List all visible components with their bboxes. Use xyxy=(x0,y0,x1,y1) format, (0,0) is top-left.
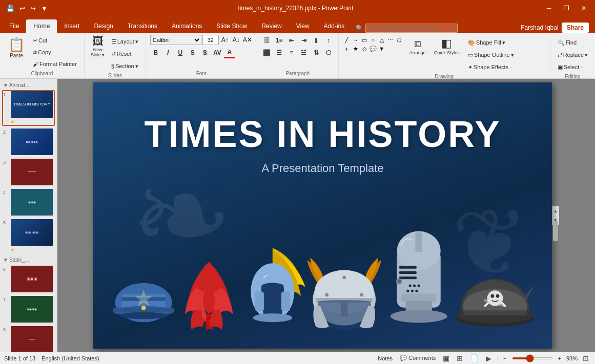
shape-plus[interactable]: ＋ xyxy=(343,45,351,53)
strikethrough-button[interactable]: S xyxy=(187,47,198,58)
slide-thumb-2[interactable]: 2 ■■ ■■■ xyxy=(2,127,55,156)
slide-thumb-6[interactable]: 6 ▣▣▣ xyxy=(2,265,55,293)
fit-to-window-button[interactable]: ⊡ xyxy=(581,353,591,363)
tab-animations[interactable]: Animations xyxy=(165,19,209,33)
columns-button[interactable]: ⫿ xyxy=(311,35,322,46)
undo-button[interactable]: ↩ xyxy=(17,4,27,13)
shape-line[interactable]: ╱ xyxy=(343,36,351,44)
shape-outline-button[interactable]: ▭ Shape Outline ▾ xyxy=(465,49,517,60)
shape-triangle[interactable]: △ xyxy=(378,36,386,44)
bullets-button[interactable]: ☰ xyxy=(261,35,273,46)
shape-more[interactable]: ⋯ xyxy=(386,36,395,44)
slide-thumb-4[interactable]: 4 ◈◈◈ xyxy=(2,188,55,217)
slide-thumb-3[interactable]: 3 ━━━━ xyxy=(2,158,55,186)
slide-sorter-button[interactable]: ⊞ xyxy=(455,353,465,363)
slide-thumb-8[interactable]: 8 ━━━ xyxy=(2,325,55,352)
font-size-increase-button[interactable]: A↑ xyxy=(220,35,230,45)
tab-slideshow[interactable]: Slide Show xyxy=(209,19,254,33)
save-button[interactable]: 💾 xyxy=(4,4,16,13)
editing-group: 🔍 Find ⇄ Replace ▾ ▣ Select - Editing xyxy=(550,33,595,78)
share-button[interactable]: Share xyxy=(562,23,589,33)
shape-fill-button[interactable]: 🎨 Shape Fill ▾ xyxy=(465,37,517,48)
redo-button[interactable]: ↪ xyxy=(28,4,38,13)
tab-addins[interactable]: Add-ins xyxy=(317,19,352,33)
drawing-group: ╱ → ▭ ○ △ ⋯ ⬠ ＋ ★ ◇ 💬 ▼ ⧈ Arrange ◧ Quic… xyxy=(339,33,550,78)
convert-to-smartart-button[interactable]: ⬡ xyxy=(323,47,334,58)
comments-button[interactable]: 💬 Comments xyxy=(398,355,438,361)
character-spacing-button[interactable]: AV xyxy=(212,47,223,58)
decrease-indent-button[interactable]: ⇤ xyxy=(286,35,297,46)
shape-star[interactable]: ★ xyxy=(352,45,360,53)
tab-review[interactable]: Review xyxy=(254,19,289,33)
zoom-out-button[interactable]: − xyxy=(501,355,508,361)
text-direction-button[interactable]: ⇅ xyxy=(311,47,322,58)
shape-callout[interactable]: 💬 xyxy=(369,45,377,53)
restore-button[interactable]: ❐ xyxy=(559,3,573,14)
svg-point-6 xyxy=(119,312,168,319)
reset-button[interactable]: ↺ Reset xyxy=(108,48,141,59)
tab-file[interactable]: File xyxy=(2,19,26,33)
quick-styles-button[interactable]: ◧ Quick Styles xyxy=(431,35,463,57)
copy-button[interactable]: ⧉ Copy xyxy=(30,47,80,58)
align-left-button[interactable]: ⬛ xyxy=(261,47,273,58)
slide-subtitle[interactable]: A Presentation Template xyxy=(93,162,552,175)
section2-collapse-icon[interactable]: ▼ xyxy=(3,257,8,263)
slide-title[interactable]: TIMES IN HISTORY xyxy=(93,113,552,155)
svg-point-28 xyxy=(411,289,414,292)
align-right-button[interactable]: ≡ xyxy=(286,47,297,58)
tab-view[interactable]: View xyxy=(289,19,317,33)
font-size-decrease-button[interactable]: A↓ xyxy=(231,35,241,45)
new-slide-button[interactable]: 🖼 NewSlide ▾ xyxy=(89,35,107,72)
font-color-button[interactable]: A xyxy=(224,47,235,58)
justify-button[interactable]: ☱ xyxy=(298,47,310,58)
slideshow-view-button[interactable]: ▶ xyxy=(484,353,494,363)
underline-button[interactable]: U xyxy=(175,47,186,58)
shape-diamond[interactable]: ◇ xyxy=(360,45,368,53)
search-input[interactable] xyxy=(365,24,458,33)
zoom-slider[interactable] xyxy=(512,357,553,359)
shape-rect[interactable]: ▭ xyxy=(360,36,368,44)
increase-indent-button[interactable]: ⇥ xyxy=(298,35,310,46)
normal-view-button[interactable]: ▣ xyxy=(441,353,452,363)
format-painter-button[interactable]: 🖌 Format Painter xyxy=(30,58,80,70)
slide-thumb-5[interactable]: 5 ◉◉ ◉◉ ★ xyxy=(2,218,55,254)
align-center-button[interactable]: ☰ xyxy=(274,47,285,58)
zoom-in-button[interactable]: + xyxy=(556,355,563,361)
shape-arrow[interactable]: → xyxy=(352,36,360,44)
tab-insert[interactable]: Insert xyxy=(57,19,87,33)
customize-button[interactable]: ▼ xyxy=(39,4,50,13)
paste-button[interactable]: 📋 Paste xyxy=(4,35,29,70)
reading-view-button[interactable]: 📄 xyxy=(468,353,481,363)
slide-thumb-1[interactable]: 1 TIMES IN HISTORY ★ xyxy=(2,90,55,126)
shape-pentagon[interactable]: ⬠ xyxy=(395,36,403,44)
find-button[interactable]: 🔍 Find xyxy=(555,37,580,48)
bold-button[interactable]: B xyxy=(150,47,161,58)
layout-button[interactable]: ☰ Layout ▾ xyxy=(108,36,141,47)
scroll-thumb[interactable] xyxy=(553,221,558,241)
select-button[interactable]: ▣ Select - xyxy=(555,61,586,73)
italic-button[interactable]: I xyxy=(162,47,174,58)
font-family-select[interactable]: Calibri Arial Times New Roman xyxy=(150,35,201,45)
close-button[interactable]: ✕ xyxy=(577,3,591,14)
tab-transitions[interactable]: Transitions xyxy=(120,19,165,33)
notes-button[interactable]: Notes xyxy=(376,355,395,361)
minimize-button[interactable]: ─ xyxy=(542,3,556,14)
section-collapse-icon[interactable]: ▼ xyxy=(3,82,8,88)
cut-button[interactable]: ✂ Cut xyxy=(30,35,80,46)
section-button[interactable]: § Section ▾ xyxy=(108,60,141,72)
shadow-button[interactable]: S xyxy=(199,47,211,58)
shape-expand[interactable]: ▼ xyxy=(378,45,386,53)
tab-design[interactable]: Design xyxy=(87,19,120,33)
numbering-button[interactable]: 1≡ xyxy=(274,35,285,46)
main-area: ▼ Animat... 1 TIMES IN HISTORY ★ 2 ■■ ■■… xyxy=(0,79,595,352)
shape-circle[interactable]: ○ xyxy=(369,36,377,44)
replace-button[interactable]: ⇄ Replace ▾ xyxy=(555,49,591,60)
tab-home[interactable]: Home xyxy=(26,19,57,33)
shape-effects-button[interactable]: ✦ Shape Effects - xyxy=(465,61,517,73)
line-spacing-button[interactable]: ↕ xyxy=(323,35,334,46)
arrange-button[interactable]: ⧈ Arrange xyxy=(406,35,429,57)
scroll-up-button[interactable]: ▲ xyxy=(552,207,559,215)
clear-format-button[interactable]: A✕ xyxy=(242,35,253,45)
font-size-input[interactable]: 32 xyxy=(202,35,219,45)
slide-thumb-7[interactable]: 7 ◈◈◈◈ xyxy=(2,295,55,324)
